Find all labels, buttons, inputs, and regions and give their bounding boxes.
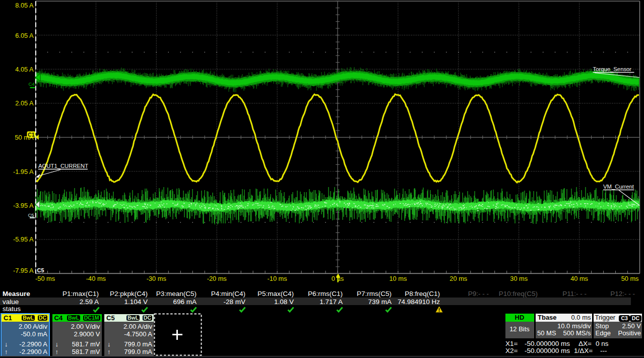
svg-text:C5: C5 xyxy=(37,267,44,273)
svg-text:-30 ms: -30 ms xyxy=(147,275,166,282)
svg-text:-10 ms: -10 ms xyxy=(268,275,287,282)
svg-text:40 ms: 40 ms xyxy=(570,275,588,282)
svg-text:30 ms: 30 ms xyxy=(510,275,528,282)
svg-text:-3.95 A: -3.95 A xyxy=(13,202,34,209)
svg-text:-20 ms: -20 ms xyxy=(207,275,227,282)
svg-text:-40 ms: -40 ms xyxy=(86,275,106,282)
svg-text:8.05 A: 8.05 A xyxy=(15,2,34,9)
svg-text:10 ms: 10 ms xyxy=(389,275,407,282)
svg-text:-50 ms: -50 ms xyxy=(35,275,55,282)
svg-text:AOUT1_CURRENT: AOUT1_CURRENT xyxy=(38,163,88,169)
svg-text:-5.95 A: -5.95 A xyxy=(13,235,34,243)
svg-text:C4: C4 xyxy=(29,81,35,87)
svg-text:Torque_Sensor: Torque_Sensor xyxy=(593,66,632,72)
svg-text:20 ms: 20 ms xyxy=(449,275,467,282)
svg-text:-1.95 A: -1.95 A xyxy=(13,168,34,175)
svg-text:6.05 A: 6.05 A xyxy=(15,32,34,39)
svg-text:50 mA: 50 mA xyxy=(15,134,34,141)
svg-text:2.05 A: 2.05 A xyxy=(15,99,34,107)
svg-text:4.05 A: 4.05 A xyxy=(15,66,34,73)
svg-text:VM_Current: VM_Current xyxy=(603,184,634,190)
svg-text:-7.95 A: -7.95 A xyxy=(13,267,34,274)
svg-text:C5: C5 xyxy=(28,212,34,218)
svg-text:50 ms: 50 ms xyxy=(621,275,639,282)
